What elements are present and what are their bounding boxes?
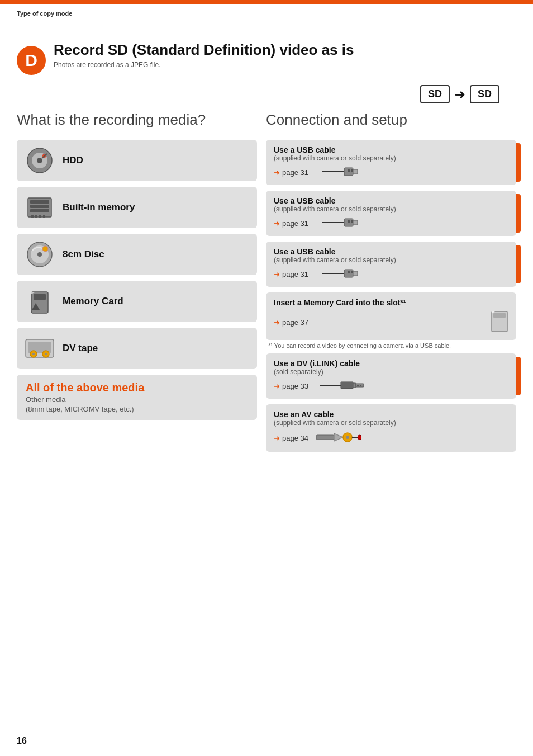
conn1-cable-icon [322, 166, 361, 179]
media-item-hdd: HDD [17, 140, 257, 181]
svg-point-15 [37, 252, 42, 257]
top-bar [0, 0, 533, 4]
conn5-page: ➜ page 33 [274, 379, 508, 393]
media-item-memcard: Memory Card [17, 281, 257, 322]
conn2-arrow-icon: ➜ [274, 219, 280, 228]
svg-rect-39 [353, 271, 358, 276]
svg-point-24 [32, 353, 35, 355]
conn3-title: Use a USB cable [274, 247, 508, 256]
svg-marker-52 [334, 433, 343, 441]
left-col-header: What is the recording media? [17, 111, 257, 131]
svg-rect-11 [39, 215, 41, 218]
media-item-disc: 8cm Disc [17, 234, 257, 275]
builtin-icon [25, 192, 55, 223]
svg-rect-8 [30, 209, 49, 212]
media-item-dvtape: DV tape [17, 328, 257, 369]
conn5-title: Use a DV (i.LINK) cable [274, 359, 508, 368]
conn-item-5: Use a DV (i.LINK) cable (sold separately… [266, 353, 516, 399]
svg-rect-49 [357, 385, 359, 386]
conn4-card-icon [491, 310, 508, 334]
conn-item-2: Use a USB cable (supplied with camera or… [266, 191, 516, 236]
svg-rect-36 [351, 220, 353, 223]
svg-point-16 [42, 246, 48, 252]
conn1-arrow-icon: ➜ [274, 168, 280, 177]
orange-accent-2 [516, 194, 521, 233]
svg-rect-7 [30, 205, 49, 208]
svg-point-26 [45, 353, 47, 355]
all-media-title: All of the above media [26, 381, 248, 394]
svg-rect-41 [351, 271, 353, 273]
svg-rect-29 [353, 169, 358, 174]
svg-rect-10 [35, 215, 37, 218]
conn3-cable-icon [322, 267, 361, 281]
footnote: *¹ You can record a video by connecting … [266, 342, 516, 349]
d-badge: D [17, 46, 46, 75]
conn1-title: Use a USB cable [274, 145, 508, 154]
conn3-page: ➜ page 31 [274, 267, 508, 281]
svg-rect-47 [353, 383, 356, 388]
right-column: Connection and setup Use a USB cable (su… [257, 111, 516, 457]
subtitle: Photos are recorded as a JPEG file. [54, 61, 354, 69]
sd-arrow-icon: ➜ [454, 87, 465, 102]
conn6-arrow-icon: ➜ [274, 434, 280, 442]
sd-dest: SD [470, 85, 499, 103]
conn5-desc: (sold separately) [274, 368, 508, 376]
svg-rect-18 [34, 294, 46, 300]
conn5-arrow-icon: ➜ [274, 382, 280, 390]
main-title: Record SD (Standard Definition) video as… [54, 41, 354, 59]
conn1-page: ➜ page 31 [274, 166, 508, 179]
conn2-page: ➜ page 31 [274, 216, 508, 230]
svg-rect-46 [341, 382, 353, 389]
conn3-desc: (supplied with camera or sold separately… [274, 256, 508, 264]
conn2-cable-icon [322, 216, 361, 230]
svg-rect-9 [31, 215, 34, 218]
page: Type of copy mode D Record SD (Standard … [0, 0, 533, 756]
svg-rect-30 [348, 169, 350, 172]
conn3-arrow-icon: ➜ [274, 270, 280, 278]
svg-rect-43 [493, 313, 506, 318]
svg-rect-12 [43, 215, 45, 218]
sd-diagram: SD ➜ SD [17, 85, 516, 103]
memcard-label: Memory Card [63, 296, 123, 307]
svg-point-56 [358, 435, 361, 440]
left-column: What is the recording media? HDD [17, 111, 257, 457]
svg-rect-34 [353, 220, 358, 225]
memcard-icon [25, 286, 55, 316]
conn2-desc: (supplied with camera or sold separately… [274, 205, 508, 213]
orange-accent-1 [516, 143, 521, 182]
conn6-desc: (supplied with camera or sold separately… [274, 419, 508, 427]
page-number: 16 [17, 736, 27, 746]
dvtape-icon [25, 333, 55, 363]
svg-rect-51 [316, 435, 334, 440]
all-media-section: All of the above media Other media (8mm … [17, 375, 257, 420]
conn6-title: Use an AV cable [274, 410, 508, 419]
conn1-desc: (supplied with camera or sold separately… [274, 154, 508, 162]
orange-accent-3 [516, 245, 521, 284]
all-media-sub2: (8mm tape, MICROMV tape, etc.) [26, 405, 248, 413]
orange-accent-5 [516, 357, 521, 395]
type-label: Type of copy mode [17, 10, 72, 17]
svg-rect-31 [351, 169, 353, 172]
svg-rect-35 [348, 220, 350, 223]
conn2-title: Use a USB cable [274, 196, 508, 205]
svg-rect-6 [30, 200, 49, 204]
conn-item-1: Use a USB cable (supplied with camera or… [266, 140, 516, 185]
sd-source: SD [420, 85, 450, 103]
svg-point-2 [37, 158, 42, 163]
conn6-page: ➜ page 34 [274, 430, 508, 446]
conn4-arrow-icon: ➜ [274, 318, 280, 327]
disc-label: 8cm Disc [63, 249, 104, 260]
conn5-cable-icon [320, 379, 364, 393]
all-media-sub1: Other media [26, 395, 248, 404]
right-col-header: Connection and setup [266, 111, 516, 131]
hdd-icon [25, 145, 55, 176]
conn6-cable-icon [316, 430, 361, 446]
builtin-label: Built-in memory [63, 202, 135, 213]
conn-item-4: Insert a Memory Card into the slot*¹ ➜ p… [266, 292, 516, 340]
conn-item-6: Use an AV cable (supplied with camera or… [266, 404, 516, 452]
conn4-page: ➜ page 37 [274, 310, 508, 334]
conn-item-3: Use a USB cable (supplied with camera or… [266, 242, 516, 287]
svg-rect-40 [348, 271, 350, 273]
dvtape-label: DV tape [63, 343, 98, 354]
disc-icon [25, 239, 55, 270]
